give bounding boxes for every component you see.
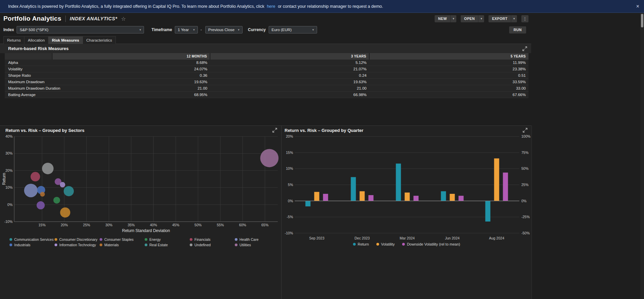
legend-item-consumer-discretionary[interactable]: Consumer Discretionary: [55, 237, 100, 242]
promo-banner-text: Index Analytics is powered by Portfolio …: [8, 4, 383, 9]
run-button[interactable]: RUN: [509, 26, 526, 33]
legend-item-communication-services[interactable]: Communication Services: [9, 237, 55, 242]
legend-item-consumer-staples[interactable]: Consumer Staples: [100, 237, 145, 242]
close-icon[interactable]: ×: [636, 4, 639, 9]
banner-text-before: Index Analytics is powered by Portfolio …: [8, 4, 264, 9]
bar-return[interactable]: [306, 201, 311, 206]
cell-value: 21.00: [210, 85, 369, 92]
bar-downside-volatility-rel-to-mean-[interactable]: [414, 196, 419, 201]
legend-item-industrials[interactable]: Industrials: [9, 243, 55, 247]
legend-item-information-technology[interactable]: Information Technology: [55, 243, 100, 247]
tab-risk-measures[interactable]: Risk Measures: [48, 36, 83, 44]
risk-measures-panel: Return-based Risk Measures 12 MONTHS3 YE…: [0, 44, 531, 98]
index-select[interactable]: S&P 500 (^SPX) ▾: [17, 26, 144, 33]
tab-returns[interactable]: Returns: [3, 36, 24, 44]
kebab-menu-icon[interactable]: ⋮: [521, 15, 528, 22]
bar-return[interactable]: [485, 201, 491, 222]
table-row: Alpha8.68%5.12%11.99%: [5, 60, 528, 66]
legend-label: Communication Services: [14, 237, 54, 242]
bubble-financials[interactable]: [30, 172, 40, 181]
y-tick-label: 20%: [5, 168, 13, 172]
bubble-undefined[interactable]: [42, 163, 54, 174]
bar-volatility[interactable]: [450, 194, 455, 201]
new-dropdown-arrow-icon[interactable]: ▾: [451, 15, 456, 22]
bubble-materials[interactable]: [40, 192, 45, 197]
bubble-communication-services[interactable]: [64, 186, 74, 196]
bar-volatility[interactable]: [405, 192, 410, 201]
bar-return[interactable]: [351, 177, 356, 201]
bubble-energy[interactable]: [53, 197, 60, 204]
banner-here-link[interactable]: here: [267, 4, 275, 9]
bubble-health-care[interactable]: [24, 184, 38, 197]
table-column-header: 5 YEARS: [369, 53, 528, 60]
index-label: Index: [3, 27, 14, 32]
legend-item-energy[interactable]: Energy: [145, 237, 190, 242]
header: Portfolio Analytics INDEX ANALYTICS* ☆ N…: [0, 13, 531, 24]
timeframe-label: Timeframe: [151, 27, 172, 32]
row-label: Batting Average: [5, 92, 52, 98]
legend-item-financials[interactable]: Financials: [190, 237, 235, 242]
legend-item-downside-volatility-rel-to-mean-[interactable]: Downside Volatility (rel to mean): [402, 242, 460, 246]
tab-bar: ReturnsAllocationRisk MeasuresCharacteri…: [3, 36, 116, 44]
chevron-down-icon: ▾: [190, 28, 195, 31]
bubble-consumer-staples[interactable]: [37, 201, 45, 209]
bar-volatility[interactable]: [314, 192, 319, 201]
bar-downside-volatility-rel-to-mean-[interactable]: [323, 194, 328, 201]
tab-allocation[interactable]: Allocation: [24, 36, 48, 44]
bubble-information-technology[interactable]: [60, 182, 65, 187]
legend-dot-icon: [376, 243, 379, 246]
left-y-tick-label: -10%: [285, 231, 293, 235]
legend-dot-icon: [55, 238, 57, 241]
currency-select[interactable]: Euro (EUR) ▾: [269, 26, 317, 33]
left-y-tick-label: 5%: [288, 183, 293, 187]
open-dropdown-arrow-icon[interactable]: ▾: [478, 15, 484, 22]
expand-icon[interactable]: [522, 46, 527, 51]
legend-item-return[interactable]: Return: [353, 242, 369, 246]
banner-text-after: or contact your relationship manager to …: [278, 4, 383, 9]
bar-downside-volatility-rel-to-mean-[interactable]: [369, 195, 374, 201]
scrollbar-thumb[interactable]: [641, 14, 643, 27]
table-column-header: 12 MONTHS: [52, 53, 210, 60]
tab-characteristics[interactable]: Characteristics: [83, 36, 116, 44]
bar-volatility[interactable]: [360, 191, 365, 201]
x-tick-label: 35%: [128, 223, 135, 227]
export-button[interactable]: EXPORT: [489, 15, 511, 22]
legend-item-utilities[interactable]: Utilities: [235, 243, 280, 247]
x-tick-label: 20%: [61, 223, 68, 227]
new-button-group: NEW ▾: [435, 15, 456, 22]
right-y-tick-label: 0%: [521, 199, 526, 203]
new-button[interactable]: NEW: [435, 15, 451, 22]
cell-value: 0.36: [52, 72, 210, 79]
legend-dot-icon: [100, 238, 102, 241]
star-icon[interactable]: ☆: [121, 16, 126, 22]
table-row: Maximum Drawdown Duration21.0021.0033.00: [5, 85, 528, 92]
legend-item-materials[interactable]: Materials: [100, 243, 145, 247]
x-tick-label: 60%: [239, 223, 246, 227]
export-dropdown-arrow-icon[interactable]: ▾: [511, 15, 517, 22]
expand-icon[interactable]: [523, 128, 527, 133]
open-button[interactable]: OPEN: [461, 15, 478, 22]
legend-item-volatility[interactable]: Volatility: [376, 242, 395, 246]
bar-downside-volatility-rel-to-mean-[interactable]: [503, 172, 508, 201]
bubble-consumer-discretionary[interactable]: [60, 207, 70, 217]
scrollbar-track[interactable]: [640, 13, 644, 299]
bar-volatility[interactable]: [494, 158, 499, 201]
period-select[interactable]: Previous Close ▾: [205, 26, 243, 33]
bubble-utilities[interactable]: [260, 149, 278, 167]
legend-label: Health Care: [240, 237, 258, 242]
legend-label: Industrials: [14, 243, 30, 247]
bar-return[interactable]: [396, 164, 401, 201]
bar-return[interactable]: [441, 191, 446, 201]
left-y-tick-label: 10%: [286, 166, 293, 170]
bar-downside-volatility-rel-to-mean-[interactable]: [459, 196, 464, 201]
timeframe-dash: -: [201, 27, 202, 32]
table-row: Sharpe Ratio0.360.240.51: [5, 72, 528, 79]
legend-item-real-estate[interactable]: Real Estate: [145, 243, 190, 247]
timeframe-select[interactable]: 1 Year ▾: [175, 26, 198, 33]
index-select-value: S&P 500 (^SPX): [20, 28, 48, 32]
legend-dot-icon: [353, 243, 356, 246]
open-button-group: OPEN ▾: [461, 15, 484, 22]
legend-item-health-care[interactable]: Health Care: [235, 237, 280, 242]
legend-item-undefined[interactable]: Undefined: [190, 243, 235, 247]
expand-icon[interactable]: [272, 128, 277, 133]
